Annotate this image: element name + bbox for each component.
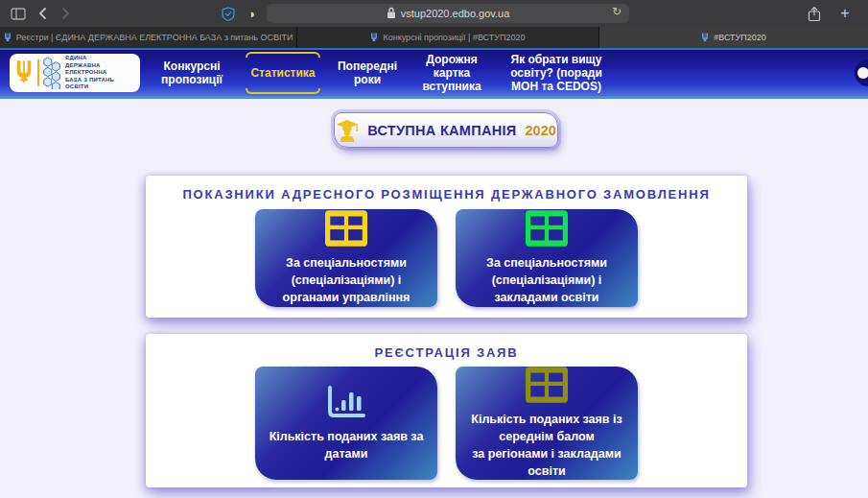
tab-title: #ВСТУП2020	[714, 33, 766, 42]
tab-vstup2020[interactable]: #ВСТУП2020	[599, 27, 868, 48]
section-application-registration: РЕЄСТРАЦІЯ ЗАЯВ Кількість поданих заяв з…	[146, 334, 747, 487]
card-label: Кількість поданих заяв із середнім балом…	[471, 411, 622, 481]
graduate-icon	[336, 119, 359, 142]
nav-menu: Конкурсні пропозиції Статистика Попередн…	[144, 50, 618, 96]
nav-item-label: Статистика	[250, 66, 315, 80]
favicon-trident-icon	[701, 33, 709, 43]
tab-bar: Реєстри | ЄДИНА ДЕРЖАВНА ЕЛЕКТРОННА БАЗА…	[0, 27, 868, 48]
section-title: РЕЄСТРАЦІЯ ЗАЯВ	[146, 334, 747, 360]
nav-item-how-to-choose[interactable]: Як обрати вищу освіту? (поради МОН та CE…	[495, 50, 618, 96]
extension-contrast-icon[interactable]: ◑	[242, 0, 261, 27]
section-title: ПОКАЗНИКИ АДРЕСНОГО РОЗМІЩЕННЯ ДЕРЖАВНОГ…	[146, 176, 747, 202]
floating-action-button[interactable]	[855, 59, 868, 86]
nav-item-propositions[interactable]: Конкурсні пропозиції	[144, 50, 240, 96]
active-item-arc-bottom	[246, 88, 320, 94]
logo-divider	[37, 59, 39, 86]
bar-chart-icon	[325, 384, 367, 420]
trident-icon	[14, 59, 34, 87]
fab-glyph	[857, 67, 868, 79]
refresh-icon[interactable]: ↻	[612, 5, 622, 18]
favicon-trident-icon	[4, 33, 12, 43]
forward-icon[interactable]	[56, 0, 75, 27]
tab-title: Реєстри | ЄДИНА ДЕРЖАВНА ЕЛЕКТРОННА БАЗА…	[16, 33, 293, 42]
table-icon	[526, 367, 568, 403]
campaign-banner: ВСТУПНА КАМПАНІЯ 2020	[334, 112, 558, 148]
privacy-shield-icon[interactable]	[219, 0, 238, 27]
nav-item-roadmap[interactable]: Дорожня картка вступника	[409, 50, 495, 96]
nav-item-previous-years[interactable]: Попередні роки	[326, 50, 409, 96]
favicon-trident-icon	[370, 33, 378, 43]
cards-row: За спеціальностями (спеціалізаціями) і о…	[146, 209, 747, 307]
card-applications-average-score[interactable]: Кількість поданих заяв із середнім балом…	[456, 367, 638, 480]
tab-title: Конкурсні пропозиції | #ВСТУП2020	[383, 33, 525, 42]
banner-title: ВСТУПНА КАМПАНІЯ	[367, 123, 516, 138]
banner-year: 2020	[526, 123, 556, 138]
browser-window: ◑ vstup2020.edbo.gov.ua ↻ + Реєстри | ЄД…	[0, 0, 868, 498]
edbo-logo[interactable]: ЄДИНА ДЕРЖАВНА ЕЛЕКТРОННА БАЗА З ПИТАНЬ …	[10, 54, 140, 92]
browser-toolbar: ◑ vstup2020.edbo.gov.ua ↻ +	[0, 0, 868, 27]
hexagons-icon	[43, 57, 61, 89]
card-by-specialties-and-authorities[interactable]: За спеціальностями (спеціалізаціями) і о…	[255, 209, 437, 307]
logo-text: ЄДИНА ДЕРЖАВНА ЕЛЕКТРОННА БАЗА З ПИТАНЬ …	[65, 55, 114, 91]
tab-propositions[interactable]: Конкурсні пропозиції | #ВСТУП2020	[297, 27, 599, 48]
cards-row: Кількість поданих заяв за датами Кількіс…	[146, 367, 747, 480]
address-bar[interactable]: vstup2020.edbo.gov.ua ↻	[267, 4, 629, 23]
back-icon[interactable]	[33, 0, 52, 27]
section-state-order-placement: ПОКАЗНИКИ АДРЕСНОГО РОЗМІЩЕННЯ ДЕРЖАВНОГ…	[146, 176, 747, 318]
nav-item-statistics[interactable]: Статистика	[240, 50, 326, 96]
share-icon[interactable]	[804, 0, 825, 27]
tab-registries[interactable]: Реєстри | ЄДИНА ДЕРЖАВНА ЕЛЕКТРОННА БАЗА…	[0, 27, 297, 48]
card-label: За спеціальностями (спеціалізаціями) і з…	[486, 254, 607, 306]
table-icon	[325, 210, 367, 247]
active-item-arc-top	[246, 52, 320, 58]
card-by-specialties-and-institutions[interactable]: За спеціальностями (спеціалізаціями) і з…	[456, 209, 638, 307]
new-tab-icon[interactable]: +	[834, 0, 856, 27]
url-text: vstup2020.edbo.gov.ua	[401, 8, 510, 19]
site-navbar: ЄДИНА ДЕРЖАВНА ЕЛЕКТРОННА БАЗА З ПИТАНЬ …	[0, 48, 868, 99]
card-label: За спеціальностями (спеціалізаціями) і о…	[283, 254, 411, 306]
lock-icon	[387, 7, 396, 21]
card-applications-by-date[interactable]: Кількість поданих заяв за датами	[255, 367, 437, 480]
sidebar-toggle-icon[interactable]	[8, 0, 29, 27]
card-label: Кількість поданих заяв за датами	[270, 428, 424, 462]
table-icon	[526, 210, 568, 247]
